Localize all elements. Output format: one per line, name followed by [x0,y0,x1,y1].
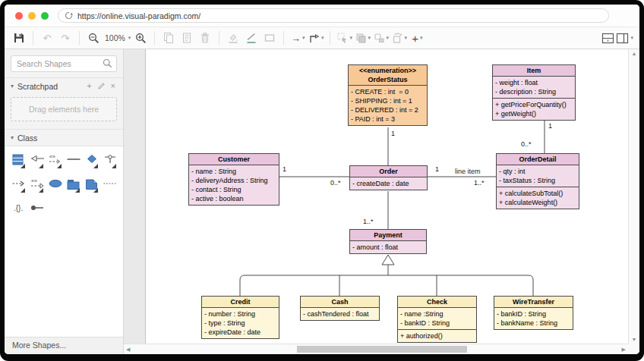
edit-scratchpad-icon[interactable] [97,82,106,90]
palette-containment-icon[interactable] [102,154,118,169]
close-scratchpad-icon[interactable]: × [109,82,117,90]
attribute-row: - CREATE : int = 0 [351,87,425,96]
operations-compartment: + getPriceForQuantity()+ getWeight() [493,98,575,120]
class-section-header[interactable]: ▾ Class [5,129,123,146]
address-bar[interactable]: https://online.visual-paradigm.com/ [58,8,609,23]
redo-icon: ↷ [62,33,70,43]
palette-ball-socket-icon[interactable] [29,202,46,218]
copy-button[interactable] [160,30,177,46]
vertical-scrollbar[interactable]: ▲ ▼ [628,49,639,344]
select-icon [336,32,349,44]
undo-icon: ↶ [43,33,52,43]
attribute-row: - PAID : int = 3 [351,115,425,124]
arrow-style-dropdown[interactable]: → ▾ [289,30,306,46]
undo-button[interactable]: ↶ [39,30,55,46]
plus-icon: + [412,33,418,44]
zoom-in-button[interactable] [132,30,149,46]
save-button[interactable] [11,30,27,46]
attribute-row: - bankID : String [497,309,570,319]
palette-dashed-line-icon[interactable] [102,178,118,193]
scroll-left-icon[interactable]: ◀ [126,347,130,352]
search-input[interactable] [11,55,117,72]
zoom-level-value: 100% [103,33,127,42]
uml-class-credit[interactable]: Credit- number : String- type : String- … [201,296,279,339]
uml-class-payment[interactable]: Payment- amount : float [349,229,427,254]
palette-aggregation-icon[interactable] [84,154,100,169]
uml-class-customer[interactable]: Customer- name : String- deliveryAddress… [188,153,279,206]
class-name-label: OrderStatus [350,75,425,84]
class-name-label: Cash [302,297,377,306]
attribute-row: - DELIVERED : int = 2 [351,105,425,115]
palette-package-icon[interactable] [65,178,82,193]
horizontal-scrollbar[interactable]: ◀ ▶ [124,344,628,354]
sidebar-filler [5,225,123,337]
fill-color-button[interactable] [225,30,242,46]
uml-class-orderstatus[interactable]: <<enumeration>>OrderStatus- CREATE : int… [348,64,428,126]
attributes-compartment: - amount : float [350,241,426,253]
toolbar-separator [330,31,330,45]
palette-usage-icon[interactable]: «» [47,154,64,169]
split-panel-icon [601,33,614,44]
palette-instance-icon[interactable] [47,178,64,193]
editor-toolbar: ↶ ↷ 100% ▾ [5,27,639,49]
align-shapes-dropdown[interactable]: ▾ [372,30,389,46]
toggle-split-panel-button[interactable] [599,30,616,46]
class-header: OrderDetail [497,154,579,165]
scratchpad-section-header[interactable]: ▾ Scratchpad + × [5,77,123,94]
palette-dependency-icon[interactable] [11,178,27,193]
attribute-row: - deliveryAddress : String [191,176,276,185]
toolbar-separator [33,31,33,45]
arrange-order-dropdown[interactable]: ▾ [354,30,371,46]
multiplicity-label: 0..* [521,140,532,148]
palette-association-icon[interactable] [65,154,82,169]
reload-icon[interactable] [65,11,73,20]
palette-constraint-icon[interactable]: .{}. [11,202,27,218]
line-color-button[interactable] [243,30,260,46]
scratchpad-hint-text: Drag elements here [29,105,99,114]
palette-note-icon[interactable] [84,178,100,193]
rotate-shape-dropdown[interactable]: ▾ [390,30,407,46]
uml-class-cash[interactable]: Cash- cashTendered : float [300,296,380,321]
uml-class-check[interactable]: Check- name :String- bankID : String+ au… [397,296,477,343]
attribute-row: - name :String [400,309,474,319]
scroll-down-icon[interactable]: ▼ [632,337,637,342]
more-shapes-button[interactable]: More Shapes... [5,337,123,354]
uml-class-order[interactable]: Order- createDate : date [349,165,428,190]
multiplicity-label: 1..* [363,218,374,225]
scroll-right-icon[interactable]: ▶ [622,347,626,352]
scratchpad-dropzone[interactable]: Drag elements here [11,97,117,121]
connector-style-dropdown[interactable]: ▾ [308,30,324,46]
paste-button[interactable] [178,30,195,46]
toggle-format-panel-button[interactable]: ▾ [616,30,633,46]
fullscreen-button[interactable] [41,12,49,20]
minimize-button[interactable] [28,12,36,20]
insert-dropdown[interactable]: + ▾ [409,30,425,46]
palette-class-icon[interactable] [11,154,27,169]
add-scratchpad-icon[interactable]: + [85,82,93,90]
uml-class-item[interactable]: Item- weight : float- description : Stri… [492,64,576,121]
shape-style-button[interactable] [261,30,278,46]
attributes-compartment: - name : String- deliveryAddress : Strin… [189,165,279,205]
zoom-out-button[interactable] [85,30,102,46]
palette-generalization-icon[interactable] [29,154,46,169]
attributes-compartment: - createDate : date [350,177,427,190]
toolbar-separator [79,31,80,45]
align-icon [373,32,385,44]
rotate-icon [391,32,403,44]
palette-realization-icon[interactable]: «» [29,178,46,193]
arrow-right-icon: → [291,33,301,43]
chevron-down-icon: ▾ [387,35,390,41]
attribute-row: - createDate : date [352,179,425,188]
uml-class-wiretransfer[interactable]: WireTransfer- bankID : String- bankName … [494,296,573,330]
delete-button[interactable] [197,30,213,46]
scroll-up-icon[interactable]: ▲ [632,51,637,56]
horizontal-scroll-thumb[interactable] [297,346,467,353]
operation-row: + authorized() [400,331,474,341]
uml-class-orderdetail[interactable]: OrderDetail- qty : int- taxStatus : Stri… [496,153,579,209]
scrollbar-corner [628,344,639,354]
diagram-canvas[interactable]: <<enumeration>>OrderStatus- CREATE : int… [124,49,628,344]
selection-tool-dropdown[interactable]: ▾ [336,30,352,46]
zoom-level-dropdown[interactable]: 100% ▾ [103,30,131,46]
redo-button[interactable]: ↷ [57,30,74,46]
close-button[interactable] [15,12,23,20]
